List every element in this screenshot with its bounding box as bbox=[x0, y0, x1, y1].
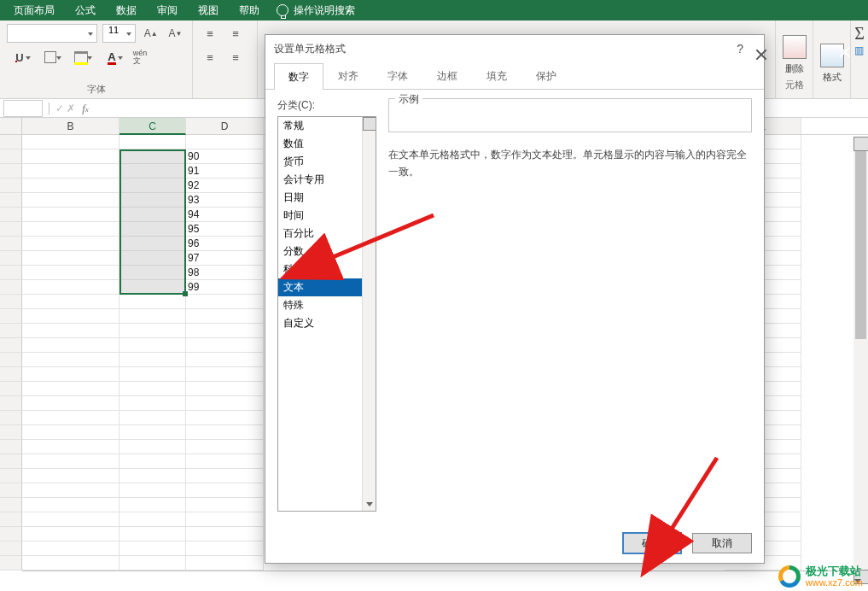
cell[interactable] bbox=[119, 367, 186, 382]
ribbon-tab-data[interactable]: 数据 bbox=[106, 0, 147, 20]
cell[interactable] bbox=[119, 193, 186, 208]
cell[interactable] bbox=[119, 556, 186, 571]
dialog-tab-number[interactable]: 数字 bbox=[274, 63, 323, 90]
cell[interactable] bbox=[22, 396, 119, 411]
cell[interactable] bbox=[22, 338, 119, 353]
font-family-combo[interactable] bbox=[7, 24, 97, 43]
cell[interactable] bbox=[186, 367, 264, 382]
row-header[interactable] bbox=[0, 396, 22, 411]
cell[interactable] bbox=[186, 338, 264, 353]
row-header[interactable] bbox=[0, 237, 22, 251]
cell[interactable] bbox=[119, 295, 186, 309]
row-header[interactable] bbox=[0, 251, 22, 266]
cell[interactable]: 99 bbox=[186, 280, 264, 295]
ok-button[interactable]: 确定 bbox=[622, 532, 682, 554]
align-middle-icon[interactable]: ≡ bbox=[225, 24, 246, 43]
dialog-tab-align[interactable]: 对齐 bbox=[323, 62, 373, 89]
row-header[interactable] bbox=[0, 411, 22, 425]
row-header[interactable] bbox=[0, 556, 22, 571]
cell[interactable] bbox=[119, 541, 186, 556]
cell[interactable] bbox=[119, 149, 186, 164]
row-header[interactable] bbox=[0, 164, 22, 178]
cell[interactable]: 93 bbox=[186, 193, 264, 208]
cell[interactable] bbox=[119, 338, 186, 353]
category-item[interactable]: 分数 bbox=[278, 243, 376, 260]
cell[interactable] bbox=[186, 556, 264, 571]
tell-me-search[interactable]: 操作说明搜索 bbox=[277, 3, 355, 18]
cell[interactable] bbox=[119, 309, 186, 324]
cell[interactable] bbox=[119, 222, 186, 237]
row-header[interactable] bbox=[0, 266, 22, 280]
dialog-help-button[interactable]: ? bbox=[737, 42, 743, 56]
cell[interactable] bbox=[119, 208, 186, 222]
cell[interactable] bbox=[186, 382, 264, 396]
cell[interactable]: 98 bbox=[186, 266, 264, 280]
row-header[interactable] bbox=[0, 382, 22, 396]
cell[interactable] bbox=[119, 266, 186, 280]
category-item[interactable]: 时间 bbox=[278, 207, 376, 225]
category-item[interactable]: 数值 bbox=[278, 135, 376, 153]
cell[interactable] bbox=[119, 353, 186, 367]
cell[interactable] bbox=[119, 498, 186, 512]
align-center-icon[interactable]: ≡ bbox=[225, 48, 246, 67]
ribbon-tab-formulas[interactable]: 公式 bbox=[65, 0, 106, 20]
col-header-D[interactable]: D bbox=[186, 118, 264, 134]
cell[interactable] bbox=[119, 425, 186, 440]
dialog-tab-fill[interactable]: 填充 bbox=[472, 62, 521, 89]
cell[interactable] bbox=[119, 237, 186, 251]
cell[interactable] bbox=[119, 512, 186, 527]
cell[interactable] bbox=[22, 164, 119, 178]
row-header[interactable] bbox=[0, 512, 22, 527]
name-box[interactable] bbox=[3, 100, 43, 117]
category-item[interactable]: 科学记数 bbox=[278, 260, 376, 278]
row-header[interactable] bbox=[0, 222, 22, 237]
cell[interactable]: 90 bbox=[186, 149, 264, 164]
cell[interactable] bbox=[119, 411, 186, 425]
font-size-combo[interactable]: 11 bbox=[102, 24, 136, 43]
dialog-tab-border[interactable]: 边框 bbox=[422, 62, 472, 89]
category-item[interactable]: 常规 bbox=[278, 117, 376, 135]
dialog-tab-font[interactable]: 字体 bbox=[373, 62, 422, 89]
cell[interactable] bbox=[119, 396, 186, 411]
cell[interactable] bbox=[22, 527, 119, 541]
sheet-tab-strip[interactable] bbox=[22, 571, 868, 582]
cell[interactable] bbox=[119, 324, 186, 338]
fill-color-button[interactable] bbox=[68, 48, 94, 67]
scroll-thumb[interactable] bbox=[855, 151, 866, 339]
row-header[interactable] bbox=[0, 208, 22, 222]
autosum-button[interactable]: Σ bbox=[854, 26, 865, 41]
cell[interactable] bbox=[186, 440, 264, 454]
cell[interactable] bbox=[119, 440, 186, 454]
category-item[interactable]: 百分比 bbox=[278, 225, 376, 243]
category-scrollbar[interactable] bbox=[362, 117, 376, 511]
dialog-tab-protect[interactable]: 保护 bbox=[521, 62, 571, 89]
ribbon-tab-pagelayout[interactable]: 页面布局 bbox=[3, 0, 65, 20]
category-item[interactable]: 特殊 bbox=[278, 296, 376, 314]
row-header[interactable] bbox=[0, 280, 22, 295]
row-header[interactable] bbox=[0, 469, 22, 483]
cell[interactable] bbox=[119, 382, 186, 396]
delete-button[interactable]: 删除 元格 bbox=[775, 20, 813, 99]
cell[interactable] bbox=[22, 237, 119, 251]
ribbon-tab-help[interactable]: 帮助 bbox=[229, 0, 270, 20]
row-header[interactable] bbox=[0, 193, 22, 208]
row-header[interactable] bbox=[0, 483, 22, 498]
category-item[interactable]: 货币 bbox=[278, 153, 376, 171]
cell[interactable] bbox=[22, 483, 119, 498]
row-header[interactable] bbox=[0, 353, 22, 367]
fx-icon[interactable]: fx bbox=[82, 102, 89, 115]
cell[interactable] bbox=[22, 295, 119, 309]
cell[interactable] bbox=[22, 425, 119, 440]
cell[interactable] bbox=[119, 164, 186, 178]
cell[interactable] bbox=[186, 483, 264, 498]
category-list[interactable]: 常规数值货币会计专用日期时间百分比分数科学记数文本特殊自定义 bbox=[277, 116, 376, 512]
cell[interactable] bbox=[22, 512, 119, 527]
cell[interactable]: 95 bbox=[186, 222, 264, 237]
cell[interactable] bbox=[22, 324, 119, 338]
cell[interactable] bbox=[119, 483, 186, 498]
cell[interactable]: 96 bbox=[186, 237, 264, 251]
cell[interactable]: 91 bbox=[186, 164, 264, 178]
cell[interactable] bbox=[119, 178, 186, 193]
row-header[interactable] bbox=[0, 527, 22, 541]
select-all-corner[interactable] bbox=[0, 118, 22, 134]
